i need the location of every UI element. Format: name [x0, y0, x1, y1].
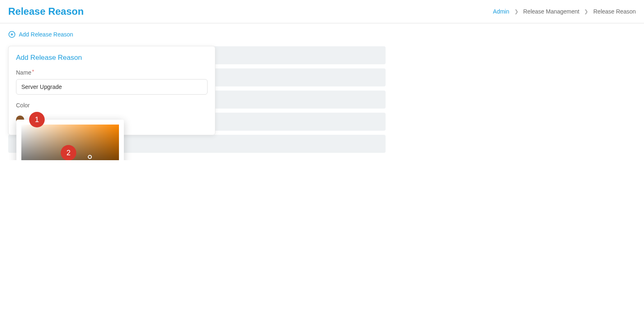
breadcrumb-release-mgmt[interactable]: Release Management [523, 8, 580, 15]
page-title: Release Reason [8, 6, 84, 17]
add-release-reason-link[interactable]: Add Release Reason [8, 31, 636, 38]
chevron-right-icon: ❯ [514, 9, 518, 14]
chevron-right-icon: ❯ [584, 9, 588, 14]
breadcrumb: Admin ❯ Release Management ❯ Release Rea… [493, 8, 636, 15]
plus-circle-icon [8, 31, 16, 38]
name-field-label: Name * [16, 69, 208, 76]
annotation-2: 2 [61, 145, 76, 160]
add-link-label: Add Release Reason [19, 31, 73, 38]
required-indicator: * [32, 69, 34, 74]
content-area: Add Release Reason Add Release Reason Na… [0, 23, 644, 160]
breadcrumb-current: Release Reason [593, 8, 636, 15]
breadcrumb-admin[interactable]: Admin [493, 8, 509, 15]
saturation-cursor[interactable] [88, 155, 92, 159]
name-input[interactable] [16, 79, 208, 95]
modal-title: Add Release Reason [16, 54, 208, 62]
page-header: Release Reason Admin ❯ Release Managemen… [0, 0, 644, 23]
color-field-label: Color [16, 102, 208, 109]
annotation-1: 1 [29, 112, 45, 127]
